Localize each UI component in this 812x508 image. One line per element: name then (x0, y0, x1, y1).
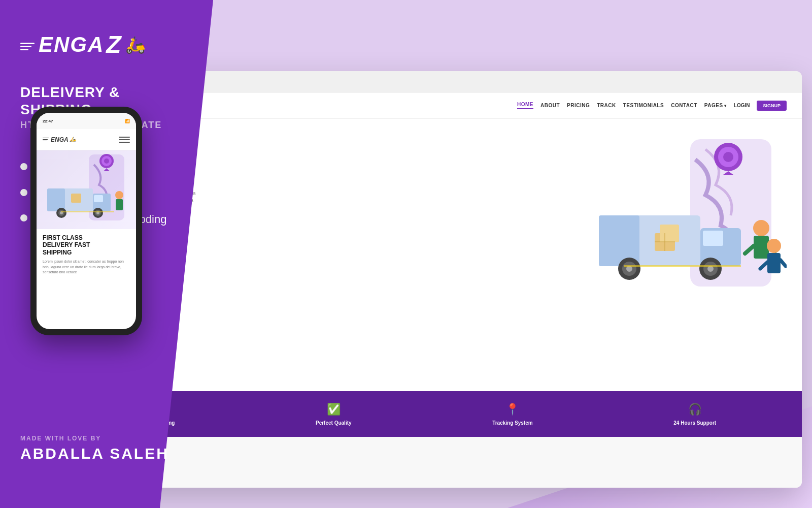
logo-line-3 (20, 49, 28, 50)
svg-point-43 (115, 191, 123, 199)
svg-rect-16 (660, 225, 679, 242)
delivery-illustration (573, 134, 787, 307)
nav-home[interactable]: HOME (517, 102, 533, 109)
support-label: 24 Hours Support (673, 420, 716, 426)
svg-rect-24 (767, 253, 781, 273)
phone-menu-icon[interactable] (119, 136, 130, 144)
phone-body: 22:47 📶 ENGA 🛵 (30, 107, 142, 335)
phone-screen: 22:47 📶 ENGA 🛵 (37, 113, 136, 329)
svg-rect-8 (703, 231, 723, 246)
nav-pages[interactable]: PAGES (704, 103, 727, 108)
support-icon: 🎧 (688, 403, 702, 416)
svg-line-26 (781, 260, 786, 266)
phone-mockup: 22:47 📶 ENGA 🛵 (30, 107, 142, 335)
phone-status-icons: 📶 (125, 119, 130, 123)
svg-rect-44 (116, 199, 123, 210)
logo-lines (20, 43, 35, 50)
phone-time: 22:47 (43, 119, 53, 123)
phone-logo-scooter-icon: 🛵 (70, 137, 76, 142)
nav-links: HOME ABOUT PRICING TRACK TESTIMONIALS CO… (517, 101, 787, 111)
hero-image (431, 134, 787, 312)
features-bar-support: 🎧 24 Hours Support (673, 403, 716, 426)
svg-point-23 (767, 239, 781, 253)
quality-label: Perfect Quality (316, 420, 352, 426)
phone-logo: ENGA 🛵 (43, 136, 76, 143)
svg-rect-35 (94, 195, 103, 202)
nav-pricing[interactable]: PRICING (567, 103, 590, 108)
quality-icon: ✅ (327, 403, 341, 416)
phone-nav-bar: ENGA 🛵 (37, 129, 136, 150)
features-bar-tracking: 📍 Tracking System (492, 403, 532, 426)
phone-logo-text: ENGA (51, 136, 69, 143)
logo-scooter-icon: 🛵 (125, 35, 146, 54)
author-name: ABDALLA SALEH (20, 445, 173, 462)
phone-hero-desc: Lorem ipsum dolor sit amet, concater as … (43, 259, 130, 275)
nav-contact[interactable]: CONTACT (671, 103, 697, 108)
logo-enga-text: ENGA (39, 33, 104, 57)
phone-hero-title: FIRST CLASSDELIVERY FASTSHIPPING (43, 234, 130, 256)
nav-login-button[interactable]: LOGIN (734, 103, 750, 108)
phone-delivery-svg (38, 152, 134, 228)
nav-track[interactable]: TRACK (597, 103, 616, 108)
svg-point-3 (723, 152, 733, 162)
svg-rect-42 (71, 194, 81, 203)
tracking-icon: 📍 (505, 403, 519, 416)
svg-rect-20 (754, 236, 769, 259)
nav-signup-button[interactable]: SIGNUP (757, 101, 787, 111)
logo-line-2 (20, 46, 31, 47)
made-with-label: MADE WITH LOVE BY (20, 435, 173, 442)
made-with-section: MADE WITH LOVE BY ABDALLA SALEH (20, 435, 173, 462)
feature-dot-1 (20, 163, 27, 170)
phone-hero-content: FIRST CLASSDELIVERY FASTSHIPPING Lorem i… (37, 229, 136, 280)
feature-dot-2 (20, 189, 27, 196)
logo: ENGA Z 🛵 (20, 30, 173, 58)
nav-about[interactable]: ABOUT (540, 103, 560, 108)
feature-dot-3 (20, 214, 27, 221)
logo-z-text: Z (106, 30, 121, 58)
svg-point-30 (104, 158, 109, 164)
logo-line-1 (20, 43, 35, 44)
phone-hero-image (37, 150, 136, 229)
features-bar-quality: ✅ Perfect Quality (316, 403, 352, 426)
tracking-label: Tracking System (492, 420, 532, 426)
svg-point-19 (753, 220, 769, 236)
logo-area: ENGA Z 🛵 (20, 30, 173, 58)
nav-testimonials[interactable]: TESTIMONIALS (623, 103, 664, 108)
